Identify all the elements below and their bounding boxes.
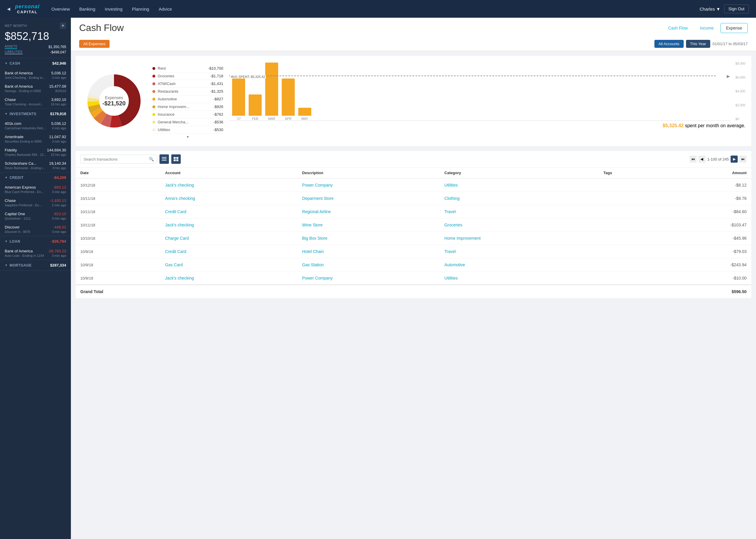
tab-cashflow[interactable]: Cash Flow [662,23,693,33]
col-tags: Tags [599,168,661,178]
cell-category[interactable]: Automotive [440,258,599,271]
nav-investing[interactable]: Investing [105,7,123,12]
cell-description[interactable]: Hotel Chain [297,245,440,258]
section-header-loan[interactable]: ▼ LOAN -$26,784 [0,236,71,247]
first-page-button[interactable]: ⏮ [690,156,697,163]
filter-all-accounts[interactable]: All Accounts [654,40,684,48]
account-time: 8/24/16 [55,89,66,93]
prev-page-button[interactable]: ◀ [699,156,706,163]
account-item[interactable]: Chase 3,692.10 Total Checking - Account.… [0,95,71,108]
col-account: Account [160,168,297,178]
cell-description[interactable]: Regional Airline [297,205,440,218]
y-axis-label: $8,000 [735,62,745,65]
nav-advice[interactable]: Advice [159,7,172,12]
account-name: 401k.com [5,121,21,126]
account-item[interactable]: Chase -1,935.13 Sapphire Preferred - En.… [0,196,71,209]
user-menu-button[interactable]: Charles ▼ [700,7,720,12]
account-item[interactable]: Fidelity 144,694.30 Charles Bartowski IR… [0,145,71,159]
account-item[interactable]: American Express -893.12 Blue Cash Prefe… [0,183,71,196]
cell-category[interactable]: Home Improvement [440,232,599,245]
account-item[interactable]: Scholarshare Ca... 19,140.34 Devin Barto… [0,159,71,172]
search-input[interactable] [84,157,147,161]
table-row[interactable]: 10/10/18 Charge Card Big Box Store Home … [76,232,751,245]
section-header-mortgage[interactable]: ▼ MORTGAGE $287,334 [0,260,71,270]
bar [298,108,311,116]
table-row[interactable]: 10/9/18 Credit Card Hotel Chain Travel -… [76,245,751,258]
table-row[interactable]: 10/11/18 Jack's checking Wine Store Groc… [76,218,751,232]
account-time: 3 min ago [52,140,66,143]
chart-footer-text: spent per month on average. [685,123,745,128]
main-content: Cash Flow Cash Flow Income Expense All E… [71,18,756,539]
account-name: American Express [5,185,36,190]
cell-category[interactable]: Groceries [440,218,599,232]
cell-description[interactable]: Deparment Store [297,192,440,205]
next-page-button[interactable]: ▶ [731,156,738,163]
legend-dot [152,98,155,101]
cell-date: 10/11/18 [76,218,160,232]
account-name: Bank of America [5,84,33,89]
legend-item: Restaurants -$1,325 [152,88,223,95]
filter-this-year[interactable]: This Year [686,40,710,48]
table-row[interactable]: 10/9/18 Gas Card Gas Station Automotive … [76,258,751,271]
donut-center-value: -$21,520 [103,100,126,107]
cell-description[interactable]: Power Company [297,271,440,285]
cell-tags [599,205,661,218]
bar-label: MAR [268,117,275,120]
search-box[interactable]: 🔍 [80,155,157,164]
tab-income[interactable]: Income [695,23,719,33]
cell-account[interactable]: Jack's checking [160,271,297,285]
account-item[interactable]: Ameritrade 11,047.92 Securities Ending i… [0,132,71,145]
cell-category[interactable]: Clothing [440,192,599,205]
cell-description[interactable]: Wine Store [297,218,440,232]
legend-name: General Mercha... [158,120,188,124]
cell-description[interactable]: Big Box Store [297,232,440,245]
account-desc: Quicksilver - 1111 [5,217,31,220]
section-header-credit[interactable]: ▼ CREDIT -$4,209 [0,172,71,183]
table-row[interactable]: 10/12/18 Jack's checking Power Company U… [76,178,751,192]
nav-banking[interactable]: Banking [79,7,95,12]
nav-planning[interactable]: Planning [132,7,149,12]
cell-account[interactable]: Jack's checking [160,218,297,232]
cell-account[interactable]: Jack's checking [160,178,297,192]
cell-category[interactable]: Travel [440,205,599,218]
account-value: -1,935.13 [50,198,66,203]
cell-category[interactable]: Utilities [440,178,599,192]
account-item[interactable]: 401k.com 5,036.12 Carmichael Industries … [0,119,71,132]
account-desc: Blue Cash Preferred - En... [5,190,44,193]
cell-category[interactable]: Travel [440,245,599,258]
filter-all-expenses[interactable]: All Expenses [79,40,110,48]
account-item[interactable]: Bank of America 15,477.09 Savings - Endi… [0,82,71,95]
back-arrow[interactable]: ◀ [7,7,10,11]
cell-category[interactable]: Utilities [440,271,599,285]
account-item[interactable]: Bank of America 5,036.12 Joint Checking … [0,68,71,82]
table-row[interactable]: 10/9/18 Jack's checking Power Company Ut… [76,271,751,285]
account-item[interactable]: Bank of America -26,783.23 Auto Loan - E… [0,247,71,260]
cell-account[interactable]: Gas Card [160,258,297,271]
cell-account[interactable]: Credit Card [160,205,297,218]
table-row[interactable]: 10/11/18 Anna's checking Deparment Store… [76,192,751,205]
last-page-button[interactable]: ⏭ [739,156,747,163]
tab-expense[interactable]: Expense [720,23,748,33]
legend-dot [152,67,155,70]
list-view-button[interactable] [159,154,169,164]
sign-out-button[interactable]: Sign Out [724,4,749,13]
legend-name: Home Improvem... [158,105,189,109]
section-header-investments[interactable]: ▼ INVESTMENTS $179,918 [0,109,71,119]
add-account-button[interactable]: + [60,23,66,29]
bar-label: MAY [301,117,308,120]
cell-description[interactable]: Gas Station [297,258,440,271]
legend-more[interactable]: ▼ [152,134,223,140]
table-row[interactable]: 10/11/18 Credit Card Regional Airline Tr… [76,205,751,218]
section-header-cash[interactable]: ▼ CASH $42,946 [0,58,71,68]
account-item[interactable]: Discover -448.02 Discover It - 9876 3 mi… [0,223,71,236]
cell-account[interactable]: Credit Card [160,245,297,258]
avg-spent-label: AVG SPENT: [231,75,251,79]
cell-account[interactable]: Anna's checking [160,192,297,205]
nav-overview[interactable]: Overview [51,7,70,12]
cell-account[interactable]: Charge Card [160,232,297,245]
bar-group: APR [282,79,295,120]
account-item[interactable]: Capital One -923.10 Quicksilver - 1111 3… [0,209,71,223]
cell-tags [599,245,661,258]
cell-description[interactable]: Power Company [297,178,440,192]
grid-view-button[interactable] [171,154,181,164]
